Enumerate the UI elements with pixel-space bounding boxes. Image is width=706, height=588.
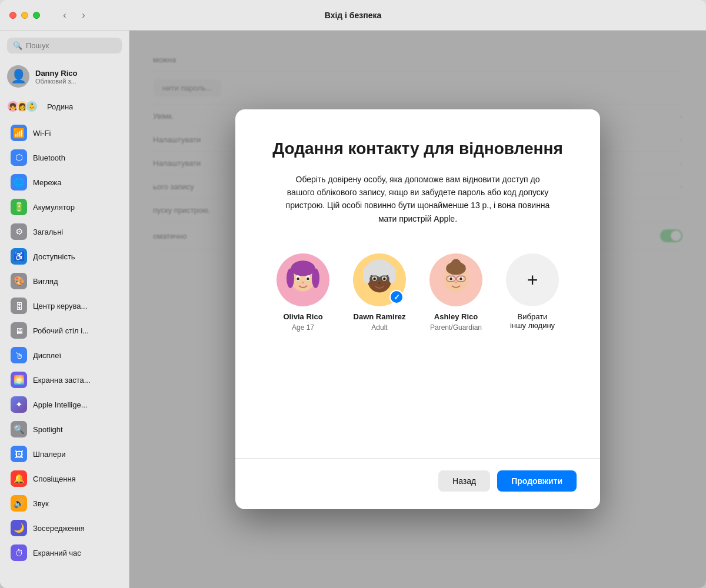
svg-point-8 [307, 278, 309, 280]
svg-point-2 [291, 260, 315, 276]
sidebar-item-ai[interactable]: ✦ Apple Intellige... [4, 392, 125, 417]
contact-age-ashley: Parent/Guardian [430, 323, 482, 332]
notifications-icon: 🔔 [11, 470, 27, 487]
sidebar-item-label: Wi-Fi [33, 129, 51, 138]
sidebar-item-accessibility[interactable]: ♿ Доступність [4, 244, 125, 269]
sidebar-item-label: Доступність [33, 252, 75, 261]
contact-name-olivia: Olivia Rico [283, 312, 322, 321]
sidebar-item-spotlight[interactable]: 🔍 Spotlight [4, 417, 125, 442]
contact-avatar-wrapper-ashley [429, 253, 482, 306]
family-row[interactable]: 👧 👩 👶 Родина [0, 97, 129, 116]
contact-age-dawn: Adult [371, 323, 387, 332]
svg-point-26 [451, 259, 461, 269]
search-icon: 🔍 [13, 41, 22, 50]
ai-icon: ✦ [11, 396, 27, 413]
continue-button[interactable]: Продовжити [497, 470, 577, 492]
sidebar-item-label: Екранна заста... [33, 376, 91, 385]
modal-title: Додання контакту для відновлення [272, 139, 563, 159]
sidebar-item-label: Загальні [33, 228, 63, 236]
sidebar-item-wallpaper[interactable]: 🖼 Шпалери [4, 442, 125, 466]
contact-avatar-ashley [429, 253, 482, 306]
close-button[interactable] [9, 12, 16, 19]
sidebar-item-label: Робочий стіл і... [33, 326, 89, 335]
desktop-icon: 🖥 [11, 322, 27, 339]
family-label: Родина [47, 102, 73, 111]
sidebar-item-focus[interactable]: 🌙 Зосередження [4, 516, 125, 540]
sidebar-item-desktop[interactable]: 🖥 Робочий стіл і... [4, 318, 125, 343]
screentime-icon: ⏱ [11, 544, 27, 561]
contacts-grid: Olivia Rico Age 17 [271, 253, 565, 332]
sidebar-item-label: Сповіщення [33, 475, 76, 483]
maximize-button[interactable] [33, 12, 40, 19]
battery-icon: 🔋 [11, 199, 27, 215]
sidebar-item-battery[interactable]: 🔋 Акумулятор [4, 195, 125, 219]
sidebar-item-label: Bluetooth [33, 153, 65, 162]
svg-point-9 [302, 282, 304, 283]
contact-name-dawn: Dawn Ramirez [354, 312, 406, 321]
sidebar-item-control[interactable]: 🎛 Центр керува... [4, 293, 125, 318]
sidebar-item-label: Вигляд [33, 277, 58, 286]
sidebar-item-label: Акумулятор [33, 203, 75, 212]
traffic-lights [9, 12, 40, 19]
svg-point-29 [449, 278, 452, 280]
svg-point-3 [287, 269, 294, 289]
svg-point-4 [312, 269, 319, 289]
contact-item-olivia[interactable]: Olivia Rico Age 17 [271, 253, 335, 332]
back-nav-button[interactable]: ‹ [56, 7, 73, 24]
svg-point-22 [378, 282, 381, 284]
sidebar-item-screentime[interactable]: ⏱ Екранний час [4, 540, 125, 565]
add-person-label: Вибрати іншу людину [510, 312, 555, 330]
sidebar-item-label: Екранний час [33, 549, 81, 557]
sidebar-item-general[interactable]: ⚙ Загальні [4, 219, 125, 244]
accessibility-icon: ♿ [11, 248, 27, 265]
sidebar-item-notifications[interactable]: 🔔 Сповіщення [4, 466, 125, 491]
sidebar-item-label: Центр керува... [33, 302, 87, 310]
contact-item-dawn[interactable]: ✓ Dawn Ramirez Adult [347, 253, 412, 332]
contact-item-ashley[interactable]: Ashley Rico Parent/Guardian [424, 253, 488, 332]
contact-name-ashley: Ashley Rico [434, 312, 478, 321]
forward-nav-button[interactable]: › [75, 7, 92, 24]
minimize-button[interactable] [21, 12, 28, 19]
general-icon: ⚙ [11, 223, 27, 240]
contact-avatar-wrapper-olivia [277, 253, 329, 306]
svg-point-13 [363, 266, 371, 284]
displays-icon: 🖱 [11, 347, 27, 363]
search-box[interactable]: 🔍 [7, 38, 122, 54]
family-avatars: 👧 👩 👶 [7, 101, 35, 112]
network-icon: 🌐 [11, 174, 27, 191]
sidebar-item-screensaver[interactable]: 🌅 Екранна заста... [4, 368, 125, 392]
sidebar: 🔍 👤 Danny Rico Обліковий з... 👧 👩 👶 [0, 31, 129, 588]
sidebar-item-displays[interactable]: 🖱 Дисплеї [4, 343, 125, 368]
avatar: 👤 [7, 65, 29, 88]
bluetooth-icon: ⬡ [11, 149, 27, 166]
right-panel: можна нити пароль... Увімк. › Налаштуват… [129, 31, 706, 588]
search-input[interactable] [26, 41, 116, 50]
sidebar-item-sound[interactable]: 🔊 Звук [4, 491, 125, 516]
add-person-button[interactable]: + [506, 253, 559, 306]
add-person-item[interactable]: + Вибрати іншу людину [500, 253, 565, 330]
sidebar-item-label: Звук [33, 499, 49, 508]
user-section[interactable]: 👤 Danny Rico Обліковий з... [0, 61, 129, 92]
sidebar-item-appearance[interactable]: 🎨 Вигляд [4, 269, 125, 293]
sidebar-item-label: Мережа [33, 178, 61, 187]
back-button[interactable]: Назад [438, 470, 490, 492]
wallpaper-icon: 🖼 [11, 446, 27, 462]
sidebar-item-label: Apple Intellige... [33, 400, 88, 409]
spotlight-icon: 🔍 [11, 421, 27, 437]
main-content: 🔍 👤 Danny Rico Обліковий з... 👧 👩 👶 [0, 31, 706, 588]
svg-point-7 [297, 278, 299, 280]
contact-avatar-olivia [277, 253, 329, 306]
sidebar-item-bluetooth[interactable]: ⬡ Bluetooth [4, 145, 125, 170]
user-info: Danny Rico Обліковий з... [35, 69, 78, 85]
sidebar-item-network[interactable]: 🌐 Мережа [4, 170, 125, 195]
appearance-icon: 🎨 [11, 273, 27, 289]
sidebar-item-wifi[interactable]: 📶 Wi-Fi [4, 121, 125, 145]
sidebar-item-label: Зосередження [33, 524, 85, 533]
contact-age-olivia: Age 17 [292, 323, 314, 332]
plus-icon: + [527, 269, 538, 291]
modal-footer: Назад Продовжити [235, 458, 600, 509]
titlebar-nav: ‹ › [56, 7, 92, 24]
svg-point-34 [455, 282, 457, 283]
contact-avatar-wrapper-dawn: ✓ [353, 253, 406, 306]
main-window: ‹ › Вхід і безпека 🔍 👤 Danny Rico Обліко… [0, 0, 706, 588]
